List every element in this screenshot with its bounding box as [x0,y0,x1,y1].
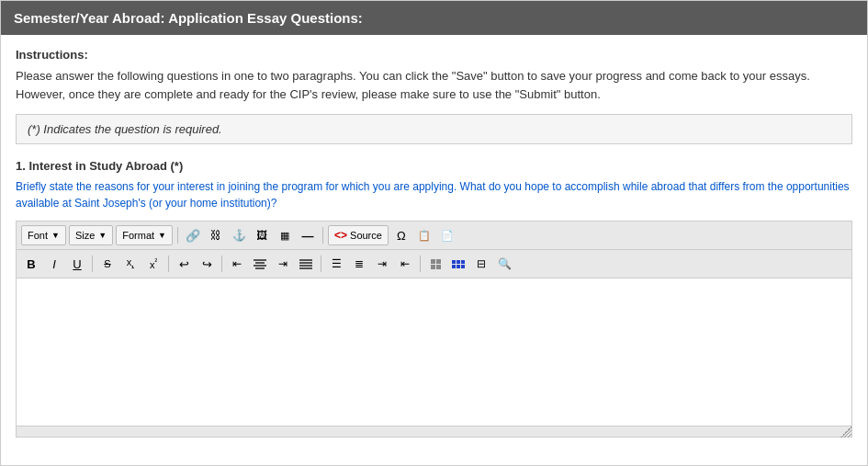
omega-icon: Ω [397,229,406,243]
find-button[interactable]: 🔍 [494,254,514,274]
page-wrapper: Semester/Year Abroad: Application Essay … [0,0,868,466]
font-arrow: ▼ [51,231,60,240]
anchor-button[interactable]: ⚓ [229,225,249,245]
table-icon: ▦ [280,230,289,242]
question1-title: 1. Interest in Study Abroad (*) [16,159,852,173]
instructions-label: Instructions: [16,48,852,62]
ordered-list-button[interactable]: ≣ [349,254,369,274]
align-center-button[interactable] [250,254,270,274]
superscript-button[interactable]: x² [143,254,163,274]
table-props-icon [452,260,465,268]
format-dropdown[interactable]: Format ▼ [116,225,173,245]
separator4 [168,256,169,272]
strikethrough-button[interactable]: S [97,254,118,274]
link-button[interactable]: 🔗 [183,225,203,245]
format-label: Format [122,230,154,241]
separator5 [221,256,222,272]
align-right-icon: ⇥ [278,257,287,270]
image-button[interactable]: 🖼 [252,225,272,245]
underline-icon: U [73,257,81,271]
required-note-text: (*) Indicates the question is required. [28,122,222,136]
separator2 [322,227,323,244]
subscript-button[interactable]: x₁ [120,254,141,274]
separator3 [92,256,93,272]
subscript-icon: x₁ [127,256,135,270]
size-dropdown[interactable]: Size ▼ [69,225,113,245]
anchor-icon: ⚓ [232,229,246,242]
required-note-box: (*) Indicates the question is required. [16,114,852,144]
indent-button[interactable]: ⇥ [372,254,392,274]
hline-icon: — [302,229,314,243]
unlink-button[interactable]: ⛓ [206,225,226,245]
editor-body[interactable] [17,278,851,426]
outdent-icon: ⇤ [400,257,410,270]
separator6 [321,256,321,272]
size-arrow: ▼ [98,231,107,240]
align-right-button[interactable]: ⇥ [273,254,293,274]
format-arrow: ▼ [158,231,166,240]
omega-button[interactable]: Ω [391,225,411,245]
italic-icon: I [52,257,56,271]
strikethrough-icon: S [104,258,110,269]
align-justify-icon [299,259,312,269]
toolbar-row1: Font ▼ Size ▼ Format ▼ 🔗 [17,222,851,250]
question1-prompt: Briefly state the reasons for your inter… [16,178,852,211]
ordered-list-icon: ≣ [355,257,364,270]
table-button[interactable]: ▦ [275,225,295,245]
unordered-list-icon: ☰ [332,257,342,270]
undo-icon: ↩ [179,257,189,271]
hline-button[interactable]: — [298,225,318,245]
page-title: Semester/Year Abroad: Application Essay … [14,10,363,26]
instructions-text: Please answer the following questions in… [16,67,852,103]
superscript-icon: x² [150,257,157,270]
redo-icon: ↪ [202,257,212,271]
resize-handle[interactable] [840,426,851,438]
align-left-icon: ⇤ [232,257,242,270]
outdent-button[interactable]: ⇤ [395,254,415,274]
font-dropdown[interactable]: Font ▼ [21,225,66,245]
font-label: Font [28,230,48,241]
bold-button[interactable]: B [21,254,41,274]
table-props-button[interactable] [448,254,468,274]
undo-button[interactable]: ↩ [174,254,194,274]
source-icon: <> [334,229,347,242]
paste-plain-icon: 📄 [441,230,454,242]
remove-format-icon: ⊟ [477,257,486,270]
insert-table-button[interactable] [425,254,445,274]
indent-icon: ⇥ [378,257,387,270]
link-icon: 🔗 [186,229,200,243]
paste-word-button[interactable]: 📋 [414,225,434,245]
page-content: Instructions: Please answer the followin… [1,35,867,450]
italic-button[interactable]: I [44,254,64,274]
align-justify-button[interactable] [296,254,316,274]
align-left-button[interactable]: ⇤ [227,254,247,274]
toolbar-row2: B I U S x₁ [17,250,851,278]
separator1 [177,227,178,244]
insert-table-icon [431,259,441,269]
paste-word-icon: 📋 [418,230,431,242]
size-label: Size [75,230,95,241]
editor-bottom-bar [17,426,851,437]
redo-button[interactable]: ↪ [197,254,217,274]
bold-icon: B [27,257,35,271]
page-header: Semester/Year Abroad: Application Essay … [1,1,867,35]
separator7 [420,256,421,272]
source-button[interactable]: <> Source [328,225,389,245]
align-center-icon [254,259,266,269]
remove-format-button[interactable]: ⊟ [471,254,491,274]
find-icon: 🔍 [498,257,512,270]
unordered-list-button[interactable]: ☰ [326,254,346,274]
unlink-icon: ⛓ [210,229,221,242]
source-label: Source [350,230,382,241]
image-icon: 🖼 [256,229,267,242]
paste-plain-button[interactable]: 📄 [437,225,457,245]
underline-button[interactable]: U [67,254,87,274]
rich-text-editor: Font ▼ Size ▼ Format ▼ 🔗 [16,221,852,438]
